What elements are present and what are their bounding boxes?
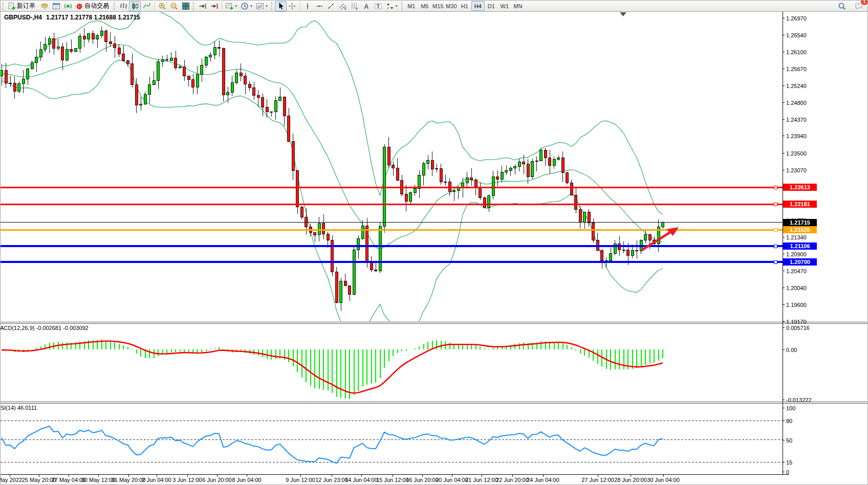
axis-tick-label: 1.23500 <box>786 150 807 157</box>
axis-tick-label: 1.20900 <box>786 251 807 257</box>
main-price-pane[interactable] <box>1 11 664 342</box>
zoom-in-icon <box>158 2 166 10</box>
chevron-down-icon[interactable]: ▼ <box>395 5 398 8</box>
text-icon: A <box>362 2 371 10</box>
level-line-handle[interactable] <box>774 260 777 263</box>
data-window-button[interactable] <box>50 1 62 11</box>
zoom-in-button[interactable] <box>156 1 168 11</box>
line-chart-button[interactable] <box>141 1 153 11</box>
time-axis-label: 25 May 20:00 <box>22 477 56 483</box>
text-label-icon: T <box>374 2 382 10</box>
timeframe-m30-button[interactable]: M30 <box>445 1 458 11</box>
new-chart-button[interactable]: ▼ <box>224 1 239 11</box>
timeframe-m15-button[interactable]: M15 <box>431 1 445 11</box>
time-axis-label: 24 Jun 04:00 <box>527 477 559 483</box>
axis-tick-label: 1.20470 <box>786 268 807 274</box>
channel-icon: E <box>339 2 347 10</box>
timeframe-h4-button[interactable]: H4 <box>471 1 485 11</box>
time-axis-label: 21 Jun 12:00 <box>465 477 498 483</box>
timeframe-d1-button[interactable]: D1 <box>485 1 498 11</box>
level-line-handle[interactable] <box>774 186 777 189</box>
level-line-handle[interactable] <box>774 203 777 206</box>
rsi-line <box>2 426 663 464</box>
toolbar-grip[interactable] <box>193 2 194 10</box>
crosshair-icon <box>288 2 296 10</box>
time-axis-label: 30 Jun 04:00 <box>647 477 680 483</box>
toolbar-grip[interactable] <box>401 2 403 10</box>
vertical-line-button[interactable] <box>302 1 314 11</box>
crosshair-button[interactable] <box>287 1 298 11</box>
channel-button[interactable]: E <box>337 1 349 11</box>
macd-scale-min: -0.013222 <box>786 397 812 403</box>
trendline-icon <box>327 2 335 10</box>
bar-chart-icon <box>119 2 127 10</box>
rsi-pane <box>1 421 783 464</box>
axis-tick-label: 1.25240 <box>786 83 807 89</box>
toolbar-grip[interactable] <box>271 2 273 10</box>
autotrading-button-label: 自动交易 <box>84 2 109 10</box>
fibonacci-button[interactable]: F <box>349 1 361 11</box>
auto-scroll-button[interactable] <box>197 1 208 11</box>
horizontal-line-button[interactable] <box>314 1 326 11</box>
price-axis[interactable]: 1.269701.265401.261001.256701.252401.248… <box>1 12 817 475</box>
candlestick-chart-button[interactable] <box>129 1 141 11</box>
axis-tick-label: 1.19600 <box>786 302 807 308</box>
level-price-badge-label: 1.22613 <box>790 184 810 190</box>
search-button[interactable] <box>836 1 848 11</box>
rsi-indicator-label: RSI(14) 46.0111 <box>0 405 37 411</box>
time-axis-label: 2 Jun 04:00 <box>142 477 171 483</box>
template-button[interactable]: ▼ <box>254 1 270 11</box>
timeframe-m1-button[interactable]: M1 <box>405 1 418 11</box>
new-chart-icon <box>225 2 233 10</box>
chevron-down-icon[interactable]: ▼ <box>265 5 268 8</box>
search-icon <box>838 2 846 10</box>
axis-tick-label: 1.20040 <box>786 285 807 291</box>
timeframe-h1-button[interactable]: H1 <box>458 1 471 11</box>
arrows-button[interactable]: ▼ <box>384 1 400 11</box>
toolbar-grip[interactable] <box>114 2 115 10</box>
profiles-button[interactable] <box>38 1 50 11</box>
axis-tick-label: 1.26970 <box>786 15 807 21</box>
bar-chart-button[interactable] <box>117 1 129 11</box>
navigator-button[interactable] <box>62 1 74 11</box>
timeframe-mn-button[interactable]: MN <box>511 1 525 11</box>
new-order-button[interactable]: 新订单 <box>6 1 38 11</box>
notifications-button[interactable]: 1 <box>853 1 864 11</box>
vline-icon <box>303 2 312 10</box>
time-axis[interactable]: May 202225 May 20:0027 May 04:0030 May 1… <box>1 475 680 483</box>
macd-indicator-label: MACD(12,26,9) -0.002681 -0.003092 <box>0 325 89 331</box>
time-axis-label: 20 Jun 04:00 <box>436 477 468 483</box>
time-axis-label: 27 Jun 12:00 <box>581 477 614 483</box>
chevron-down-icon[interactable]: ▼ <box>234 5 237 8</box>
timeframe-w1-button[interactable]: W1 <box>498 1 511 11</box>
level-line-handle[interactable] <box>774 228 777 231</box>
bid-price-badge-label: 1.21715 <box>790 219 810 226</box>
line-chart-icon <box>143 2 151 10</box>
tile-windows-button[interactable] <box>180 1 191 11</box>
time-axis-label: 28 Jun 20:00 <box>614 477 647 483</box>
time-axis-label: 15 Jun 12:00 <box>376 477 409 483</box>
text-button[interactable]: A <box>361 1 373 11</box>
macd-scale-zero: 0.00 <box>786 347 797 353</box>
level-line-handle[interactable] <box>774 245 777 248</box>
chevron-down-icon[interactable]: ▼ <box>250 5 253 8</box>
new-order-button-label: 新订单 <box>17 2 35 10</box>
zoom-out-button[interactable] <box>168 1 180 11</box>
toolbar-grip[interactable] <box>3 2 4 10</box>
chart-shift-marker[interactable] <box>620 12 626 16</box>
chart-canvas[interactable]: 1.269701.265401.261001.256701.252401.248… <box>1 1 868 485</box>
pane-separators[interactable] <box>1 322 868 404</box>
level-price-badge-label: 1.21106 <box>790 243 810 249</box>
trading-platform-window: 新订单自动交易▼▼▼EFAT▼M1M5M15M30H1H4D1W1MN1 GBP… <box>0 0 868 485</box>
chart-shift-button[interactable] <box>208 1 220 11</box>
period-button[interactable]: ▼ <box>239 1 254 11</box>
text-label-button[interactable]: T <box>373 1 384 11</box>
axis-tick-label: 1.24370 <box>786 117 807 123</box>
level-price-badge-label: 1.22181 <box>790 201 810 207</box>
bollinger-middle-band <box>2 45 663 250</box>
timeframe-m5-button[interactable]: M5 <box>418 1 431 11</box>
trendline-button[interactable] <box>326 1 337 11</box>
autotrading-button[interactable]: 自动交易 <box>74 1 112 11</box>
rsi-scale-label: 15 <box>786 459 792 466</box>
cursor-button[interactable] <box>275 1 287 11</box>
